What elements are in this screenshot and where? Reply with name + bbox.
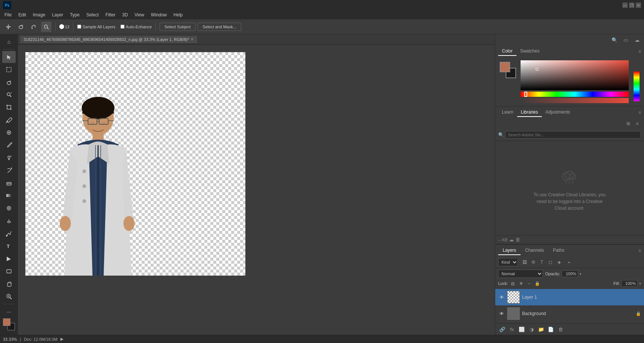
heal-tool[interactable] (2, 127, 16, 139)
menu-filter[interactable]: Filter (103, 12, 119, 18)
tab-swatches[interactable]: Swatches (516, 47, 543, 56)
sample-all-layers-checkbox[interactable] (77, 25, 81, 29)
select-subject-button[interactable]: Select Subject (160, 23, 195, 31)
opacity-input[interactable] (562, 270, 578, 277)
minimize-button[interactable]: — (622, 3, 628, 8)
quick-selection-tool-btn[interactable] (41, 22, 51, 32)
menu-3d[interactable]: 3D (119, 12, 131, 18)
adjustment-filter-icon[interactable]: ⚙ (530, 258, 537, 266)
clone-tool[interactable] (2, 152, 16, 164)
layer-fx-btn[interactable]: fx (508, 325, 516, 333)
tab-learn[interactable]: Learn (498, 108, 517, 117)
menu-view[interactable]: View (132, 12, 147, 18)
history-brush-tool[interactable] (2, 165, 16, 177)
select-and-mask-button[interactable]: Select and Mask... (198, 23, 241, 31)
fill-input[interactable] (621, 280, 638, 287)
layer-item-layer1[interactable]: 👁 Layer 1 (495, 289, 644, 305)
menu-image[interactable]: Image (30, 12, 48, 18)
alpha-bar[interactable] (521, 98, 629, 103)
hue-bar[interactable] (521, 92, 629, 97)
menu-file[interactable]: File (1, 12, 15, 18)
canvas-tab-close[interactable]: ✕ (191, 37, 194, 41)
link-layers-btn[interactable]: 🔗 (498, 325, 506, 333)
tab-paths[interactable]: Paths (549, 246, 569, 255)
menu-layer[interactable]: Layer (49, 12, 66, 18)
color-gradient-picker[interactable] (521, 60, 629, 90)
dodge-tool[interactable] (2, 215, 16, 227)
foreground-color-swatch[interactable] (500, 62, 510, 72)
tab-layers[interactable]: Layers (498, 246, 521, 255)
menu-help[interactable]: Help (170, 12, 186, 18)
marquee-tool[interactable] (2, 64, 16, 76)
brush-tool[interactable] (2, 139, 16, 151)
hand-tool[interactable] (2, 278, 16, 290)
zoom-tool[interactable] (2, 290, 16, 302)
pixel-filter-icon[interactable]: 🖼 (521, 258, 528, 266)
home-tool[interactable]: ⌂ (2, 36, 16, 48)
status-arrow[interactable]: ▶ (60, 337, 63, 342)
blend-mode-select[interactable]: Normal (498, 270, 543, 278)
move-tool-btn[interactable] (3, 22, 13, 32)
tab-adjustments[interactable]: Adjustments (542, 108, 574, 117)
close-button[interactable]: ✕ (636, 3, 641, 8)
tab-libraries[interactable]: Libraries (517, 108, 542, 117)
hue-handle (524, 92, 527, 97)
crop-tool[interactable] (2, 101, 16, 113)
auto-enhance-checkbox[interactable] (120, 25, 125, 29)
title-bar-controls[interactable]: — ❐ ✕ (622, 3, 641, 8)
new-fill-adjustment-btn[interactable]: ◑ (527, 325, 535, 333)
eyedropper-tool[interactable] (2, 114, 16, 126)
libraries-search-input[interactable] (505, 131, 641, 139)
magnetic-lasso-tool-btn[interactable] (28, 22, 39, 32)
new-group-btn[interactable]: 📁 (537, 325, 545, 333)
lasso-tool[interactable] (2, 76, 16, 88)
fill-arrow[interactable]: ▾ (639, 282, 641, 286)
smart-filter-dot[interactable]: ● (565, 258, 573, 266)
cloud-icon[interactable]: ☁ (633, 36, 641, 44)
gradient-tool[interactable] (2, 190, 16, 201)
text-tool[interactable]: T (2, 240, 16, 252)
path-select-tool[interactable] (2, 253, 16, 265)
layers-panel-menu-icon[interactable]: ≡ (638, 248, 641, 253)
menu-edit[interactable]: Edit (15, 12, 29, 18)
lock-all-icon[interactable]: 🔒 (534, 280, 541, 287)
lock-pixels-icon[interactable]: ▨ (509, 280, 516, 287)
opacity-group: Opacity: ▾ (545, 270, 581, 277)
blur-tool[interactable] (2, 202, 16, 214)
layer1-visibility-icon[interactable]: 👁 (498, 294, 505, 301)
shape-filter-icon[interactable]: ◻ (547, 258, 554, 266)
menu-type[interactable]: Type (67, 12, 82, 18)
add-mask-btn[interactable]: ⬜ (518, 325, 526, 333)
grid-view-btn[interactable]: ⊞ (625, 120, 632, 127)
layer-item-background[interactable]: 👁 Background 🔒 (495, 305, 644, 322)
search-icon[interactable]: 🔍 (610, 36, 619, 44)
shape-tool[interactable] (2, 265, 16, 277)
more-tools-btn[interactable]: ··· (2, 306, 16, 318)
maximize-button[interactable]: ❐ (629, 3, 634, 8)
pen-tool[interactable] (2, 228, 16, 239)
tab-color[interactable]: Color (498, 47, 516, 56)
canvas-tab[interactable]: 318231146_467656588786345_88636960414069… (19, 35, 198, 44)
menu-window[interactable]: Window (148, 12, 170, 18)
color-panel-menu-icon[interactable]: ≡ (638, 49, 641, 54)
canvas-workspace[interactable] (18, 45, 495, 335)
panel-expand-icon[interactable]: ▭ (622, 36, 630, 44)
new-layer-btn[interactable]: 📄 (547, 325, 555, 333)
opacity-arrow[interactable]: ▾ (579, 272, 581, 276)
menu-select[interactable]: Select (83, 12, 101, 18)
list-view-btn[interactable]: ≡ (634, 120, 641, 127)
lock-position-icon[interactable]: ✥ (518, 280, 524, 287)
eraser-tool[interactable] (2, 177, 16, 189)
lasso-tool-btn[interactable] (16, 22, 26, 32)
delete-layer-btn[interactable]: 🗑 (556, 325, 565, 333)
libraries-panel-menu-icon[interactable]: ≡ (638, 110, 641, 115)
lock-artboard-icon[interactable]: ↔ (526, 280, 533, 287)
text-filter-icon[interactable]: T (538, 258, 546, 266)
select-move-tool[interactable] (2, 51, 16, 63)
libraries-trash-icon[interactable]: 🗑 (515, 237, 520, 242)
background-visibility-icon[interactable]: 👁 (498, 310, 505, 317)
quick-selection-tool[interactable] (2, 89, 16, 101)
layers-kind-select[interactable]: Kind (498, 258, 518, 266)
tab-channels[interactable]: Channels (521, 246, 549, 255)
smart-filter-icon[interactable]: ◈ (555, 258, 563, 266)
